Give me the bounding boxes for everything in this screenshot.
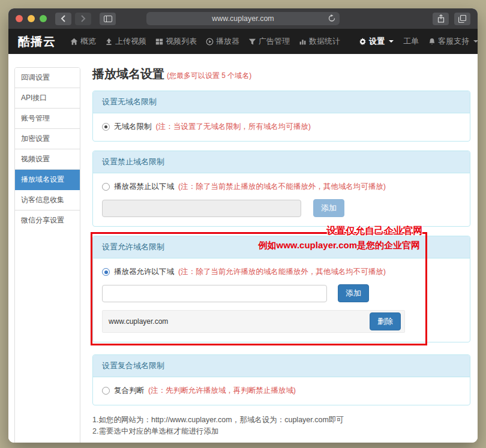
radio-note: (注：先判断允许播放域，再判断禁止播放域): [148, 386, 296, 396]
nav-item-support[interactable]: 客服支持: [428, 36, 478, 47]
allowed-domain-row: www.cuplayer.com 删除: [102, 310, 405, 333]
chevron-left-icon: [61, 15, 66, 22]
address-bar-url: www.cuplayer.com: [212, 14, 274, 23]
page-title-note: (您最多可以设置 5 个域名): [167, 71, 251, 80]
nav-item-label: 客服支持: [438, 36, 469, 47]
window-controls: [16, 15, 47, 22]
share-icon: [437, 14, 445, 23]
nav-item-label: 视频列表: [166, 36, 197, 47]
radio-row: 播放器禁止以下域 (注：除了当前禁止播放的域名不能播放外，其他域名均可播放): [102, 182, 461, 192]
nav-item-player[interactable]: 播放器: [206, 36, 239, 47]
panel-allowed-domains: 设置允许域名限制 播放器允许以下域 (注：除了当前允许播放的域名能播放外，其他域…: [92, 236, 470, 342]
minimize-window-button[interactable]: [28, 15, 35, 22]
input-row: 添加: [102, 284, 461, 302]
upload-icon: [105, 38, 113, 46]
radio-label: 播放器允许以下域: [114, 267, 174, 277]
allow-domain-input[interactable]: [102, 285, 327, 302]
sidebar-item-visitor-info[interactable]: 访客信息收集: [15, 190, 80, 211]
share-button[interactable]: [433, 13, 449, 25]
brand-logo[interactable]: 酷播云: [18, 34, 56, 50]
panel-heading: 设置禁止域名限制: [93, 151, 470, 173]
delete-domain-button[interactable]: 删除: [370, 312, 401, 330]
allowed-domain-value: www.cuplayer.com: [109, 317, 168, 326]
allowed-domains-section: 设置允许域名限制 播放器允许以下域 (注：除了当前允许播放的域名能播放外，其他域…: [92, 236, 470, 342]
panel-heading: 设置无域名限制: [93, 91, 470, 113]
chevron-right-icon: [80, 15, 86, 22]
input-row: 添加: [102, 199, 461, 217]
footer-note-1: 1.如您的网站为：http://www.cuplayer.com，那域名设为：c…: [92, 414, 470, 426]
nav-item-data-statistics[interactable]: 数据统计: [299, 36, 340, 47]
nav-item-upload-video[interactable]: 上传视频: [105, 36, 146, 47]
footer-note-2: 2.需要选中对应的单选框才能进行添加: [92, 426, 470, 437]
funnel-icon: [248, 38, 256, 46]
chevron-down-icon: [473, 40, 478, 43]
panel-body: 复合判断 (注：先判断允许播放域，再判断禁止播放域): [93, 377, 470, 405]
forbid-domain-input[interactable]: [102, 200, 301, 217]
nav-item-label: 设置: [369, 36, 385, 47]
gear-icon: [359, 38, 367, 46]
close-window-button[interactable]: [16, 15, 23, 22]
panel-heading: 设置复合域名限制: [93, 355, 470, 377]
forward-button[interactable]: [75, 13, 91, 25]
sidebar-item-wechat-share[interactable]: 微信分享设置: [15, 211, 80, 230]
sidebar-item-encryption-settings[interactable]: 加密设置: [15, 129, 80, 149]
panel-body: 无域名限制 (注：当设置了无域名限制，所有域名均可播放): [93, 113, 470, 141]
sidebar-item-video-settings[interactable]: 视频设置: [15, 149, 80, 170]
allow-add-button[interactable]: 添加: [338, 284, 369, 302]
refresh-button[interactable]: [328, 14, 335, 24]
sidebar-toggle-button[interactable]: [100, 13, 116, 25]
radio-row: 播放器允许以下域 (注：除了当前允许播放的域名能播放外，其他域名均不可播放): [102, 267, 461, 277]
radio-row: 复合判断 (注：先判断允许播放域，再判断禁止播放域): [102, 386, 461, 396]
forbid-add-button[interactable]: 添加: [313, 199, 344, 217]
panel-body: 播放器禁止以下域 (注：除了当前禁止播放的域名不能播放外，其他域名均可播放) 添…: [93, 173, 470, 226]
allow-domains-radio[interactable]: [102, 268, 110, 276]
home-icon: [70, 38, 78, 46]
address-bar[interactable]: www.cuplayer.com: [146, 12, 340, 25]
main-panel: 播放域名设置(您最多可以设置 5 个域名) 设置无域名限制 无域名限制 (注：当…: [92, 66, 470, 443]
app-navbar: 酷播云 概览 上传视频 视频列表 播放器 广告管理 数据统计: [8, 29, 478, 54]
nav-item-video-list[interactable]: 视频列表: [155, 36, 197, 47]
nav-item-label: 数据统计: [309, 36, 340, 47]
panel-forbidden-domains: 设置禁止域名限制 播放器禁止以下域 (注：除了当前禁止播放的域名不能播放外，其他…: [92, 151, 470, 227]
sidebar-item-callback-settings[interactable]: 回调设置: [15, 68, 80, 88]
navbar-right: 设置 工单 客服支持 304000000@qq.c...: [349, 36, 478, 47]
page-title: 播放域名设置(您最多可以设置 5 个域名): [92, 66, 470, 82]
nav-item-label: 概览: [80, 36, 96, 47]
refresh-icon: [328, 14, 335, 22]
panel-no-domain-limit: 设置无域名限制 无域名限制 (注：当设置了无域名限制，所有域名均可播放): [92, 91, 470, 142]
radio-label: 播放器禁止以下域: [114, 182, 174, 192]
combined-judge-radio[interactable]: [102, 387, 110, 395]
sidebar-item-account-management[interactable]: 账号管理: [15, 109, 80, 129]
zoom-window-button[interactable]: [40, 15, 47, 22]
player-icon: [206, 38, 214, 46]
nav-item-ad-management[interactable]: 广告管理: [248, 36, 290, 47]
tabs-icon: [458, 15, 466, 23]
page-title-text: 播放域名设置: [92, 67, 164, 80]
nav-item-label: 广告管理: [259, 36, 290, 47]
bell-icon: [428, 38, 436, 46]
chevron-down-icon: [389, 40, 394, 43]
browser-toolbar-right: [433, 13, 470, 25]
panel-body: 播放器允许以下域 (注：除了当前允许播放的域名能播放外，其他域名均不可播放) 添…: [93, 258, 470, 342]
nav-item-overview[interactable]: 概览: [70, 36, 96, 47]
radio-label: 无域名限制: [114, 122, 152, 132]
annotation-line1: 设置仅允自己企业官网: [326, 226, 422, 236]
radio-note: (注：除了当前禁止播放的域名不能播放外，其他域名均可播放): [178, 182, 386, 192]
sidebar-icon: [104, 16, 112, 22]
nav-item-settings[interactable]: 设置: [359, 36, 394, 47]
panel-combined-limit: 设置复合域名限制 复合判断 (注：先判断允许播放域，再判断禁止播放域): [92, 354, 470, 405]
forbid-domains-radio[interactable]: [102, 183, 110, 191]
nav-item-label: 上传视频: [115, 36, 146, 47]
no-domain-limit-radio[interactable]: [102, 123, 110, 131]
sidebar-item-play-domain-settings[interactable]: 播放域名设置: [15, 170, 80, 190]
nav-item-ticket[interactable]: 工单: [403, 36, 419, 47]
nav-item-label: 工单: [403, 36, 419, 47]
browser-window: www.cuplayer.com 酷播云 概览 上传视频 视频列表: [8, 8, 478, 443]
radio-note: (注：当设置了无域名限制，所有域名均可播放): [156, 122, 311, 132]
sidebar-item-api[interactable]: API接口: [15, 88, 80, 109]
radio-row: 无域名限制 (注：当设置了无域名限制，所有域名均可播放): [102, 122, 461, 132]
tabs-overview-button[interactable]: [454, 13, 470, 25]
radio-note: (注：除了当前允许播放的域名能播放外，其他域名均不可播放): [178, 267, 386, 277]
back-button[interactable]: [55, 13, 71, 25]
bar-chart-icon: [299, 38, 307, 46]
